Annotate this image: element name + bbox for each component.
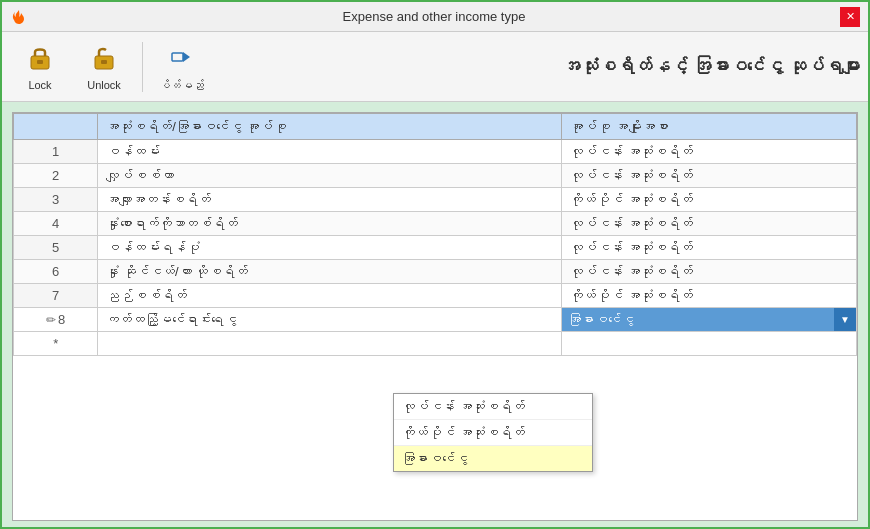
cell-col2[interactable]: လုပ်ငန်း အသုံးစရိတ် (561, 140, 856, 164)
cell-col1[interactable]: လျှပ်စစ်တာ (98, 164, 562, 188)
lock-button[interactable]: Lock (10, 37, 70, 97)
cell-col1[interactable]: ညဉ်စစ်ရိတ် (98, 284, 562, 308)
row-number: 4 (14, 212, 98, 236)
cell-col2[interactable]: လုပ်ငန်း အသုံးစရိတ် (561, 164, 856, 188)
exit-button[interactable]: ပိတ်မည် (151, 37, 211, 97)
app-icon (10, 8, 28, 26)
table-row: 3အလျှားအတန်းစရိတ်ကိုယ်ပိုင် အသုံးစရိတ် (14, 188, 857, 212)
row-number: 5 (14, 236, 98, 260)
cell-col1[interactable]: ကတ်ထည့်မြင်ရောင်းရငွေ (98, 308, 562, 332)
table-header-row: အသုံးစရိတ်/အခြားဝင်ငွေ အုပ်စု အုပ်စု အမျ… (14, 114, 857, 140)
table-body: 1ဝန်ထမ်းလုပ်ငန်း အသုံးစရိတ်2လျှပ်စစ်တာလု… (14, 140, 857, 356)
row-number: 2 (14, 164, 98, 188)
table-row: 6နှုံး ဆိုင်ငယ်/ကား ယိုစရိတ်လုပ်ငန်း အသု… (14, 260, 857, 284)
col1-header: အသုံးစရိတ်/အခြားဝင်ငွေ အုပ်စု (98, 114, 562, 140)
cell-col1[interactable]: အလျှားအတန်းစရိတ် (98, 188, 562, 212)
table-row: 4နှုံးစားရောက်ကိုသာတစ်ရိတ်လုပ်ငန်း အသုံး… (14, 212, 857, 236)
exit-label: ပိတ်မည် (159, 79, 204, 91)
table-row: 2လျှပ်စစ်တာလုပ်ငန်း အသုံးစရိတ် (14, 164, 857, 188)
row-number: 7 (14, 284, 98, 308)
table-container: အသုံးစရိတ်/အခြားဝင်ငွေ အုပ်စု အုပ်စု အမျ… (12, 112, 858, 521)
table-row: 7ညဉ်စစ်ရိတ်ကိုယ်ပိုင် အသုံးစရိတ် (14, 284, 857, 308)
cell-col2[interactable]: လုပ်ငန်း အသုံးစရိတ် (561, 212, 856, 236)
window-title: Expense and other income type (28, 9, 840, 24)
cell-col1[interactable]: ဝန်ထမ်း (98, 140, 562, 164)
cell-col2[interactable]: လုပ်ငန်း အသုံးစရိတ် (561, 236, 856, 260)
svg-rect-3 (101, 60, 107, 64)
col-rownum-header (14, 114, 98, 140)
cell-col1[interactable]: ဝန်ထမ်းရန်ပုံ (98, 236, 562, 260)
cell-col1[interactable]: နှုံးစားရောက်ကိုသာတစ်ရိတ် (98, 212, 562, 236)
dropdown-option[interactable]: အခြားဝင်ငွေ (394, 446, 592, 471)
cell-col1[interactable]: နှုံး ဆိုင်ငယ်/ကား ယိုစရိတ် (98, 260, 562, 284)
title-bar-controls: ✕ (840, 7, 860, 27)
unlock-label: Unlock (87, 79, 121, 91)
row-number: 1 (14, 140, 98, 164)
cell-col2[interactable]: လုပ်ငန်း အသုံးစရိတ် (561, 260, 856, 284)
table-row: 1ဝန်ထမ်းလုပ်ငန်း အသုံးစရိတ် (14, 140, 857, 164)
close-button[interactable]: ✕ (840, 7, 860, 27)
dropdown-option[interactable]: ကိုယ်ပိုင် အသုံးစရိတ် (394, 420, 592, 446)
title-bar: Expense and other income type ✕ (2, 2, 868, 32)
exit-icon (167, 43, 195, 77)
cell-col2[interactable]: ကိုယ်ပိုင် အသုံးစရိတ် (561, 188, 856, 212)
toolbar-separator (142, 42, 143, 92)
cell-col2[interactable]: ကိုယ်ပိုင် အသုံးစရိတ် (561, 284, 856, 308)
main-content: အသုံးစရိတ်/အခြားဝင်ငွေ အုပ်စု အုပ်စု အမျ… (2, 102, 868, 529)
svg-rect-1 (37, 60, 43, 64)
data-table: အသုံးစရိတ်/အခြားဝင်ငွေ အုပ်စု အုပ်စု အမျ… (13, 113, 857, 356)
row-number: 3 (14, 188, 98, 212)
col2-header: အုပ်စု အမျိုးအစား (561, 114, 856, 140)
unlock-icon (90, 43, 118, 77)
new-row-indicator: * (14, 332, 98, 356)
lock-label: Lock (28, 79, 51, 91)
new-row: * (14, 332, 857, 356)
table-row: 5ဝန်ထမ်းရန်ပုံလုပ်ငန်း အသုံးစရိတ် (14, 236, 857, 260)
edit-pencil-icon: ✏ (46, 313, 56, 327)
toolbar-page-title: အသုံးစရိတ်နင့် အခြားဝင်ငွေ ဆုပ်ရများ (562, 56, 860, 77)
dropdown-option[interactable]: လုပ်ငန်း အသုံးစရိတ် (394, 394, 592, 420)
dropdown-popup: လုပ်ငန်း အသုံးစရိတ်ကိုယ်ပိုင် အသုံးစရိတ်… (393, 393, 593, 472)
cell-col2[interactable]: အခြားဝင်ငွေ▼ (561, 308, 856, 332)
new-row-col1[interactable] (98, 332, 562, 356)
svg-rect-4 (172, 53, 183, 61)
dropdown-selected-value[interactable]: အခြားဝင်ငွေ (562, 308, 856, 331)
new-row-col2[interactable] (561, 332, 856, 356)
toolbar: Lock Unlock ပိတ်မည် အသုံးစရိတ်နင့် အခြား… (2, 32, 868, 102)
table-row: ✏8ကတ်ထည့်မြင်ရောင်းရငွေအခြားဝင်ငွေ▼ (14, 308, 857, 332)
lock-icon (26, 43, 54, 77)
unlock-button[interactable]: Unlock (74, 37, 134, 97)
row-number: 6 (14, 260, 98, 284)
